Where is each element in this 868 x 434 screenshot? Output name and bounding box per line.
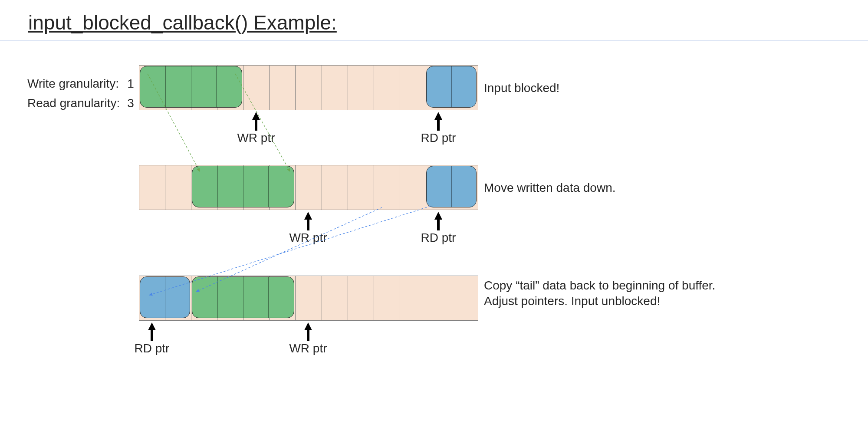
rd-pointer-arrow-icon: [148, 322, 156, 330]
read-granularity-value: 3: [127, 94, 135, 113]
buffer-cell: [243, 66, 270, 110]
buffer-cell: [400, 165, 426, 210]
buffer-cell: [322, 66, 348, 110]
buffer-cell: [165, 165, 191, 210]
tail-data-block: [426, 66, 477, 108]
buffer-cell: [139, 165, 165, 210]
buffer-cell: [296, 66, 322, 110]
written-data-block: [192, 166, 294, 207]
buffer-cell: [296, 165, 322, 210]
buffer-cell: [400, 276, 426, 320]
buffer-cell: [374, 165, 400, 210]
wr-pointer-label: WR ptr: [286, 231, 330, 245]
buffer-cell: [322, 165, 348, 210]
granularity-meta: Write granularity: 1 Read granularity: 3: [26, 74, 135, 113]
buffer-cell: [452, 276, 478, 320]
buffer-cell: [348, 66, 374, 110]
buffer-cell: [348, 276, 374, 320]
written-data-block: [140, 66, 242, 108]
read-granularity-label: Read granularity:: [27, 94, 126, 113]
title-rule: [0, 40, 868, 40]
buffer-stage-2: WR ptrRD ptr: [139, 165, 477, 210]
rd-pointer-label: RD ptr: [417, 231, 460, 245]
buffer-cell: [270, 66, 296, 110]
buffer-cell: [374, 276, 400, 320]
wr-pointer-arrow-icon: [252, 112, 260, 120]
stage-caption: Copy “tail” data back to beginning of bu…: [484, 278, 727, 309]
written-data-block: [192, 276, 294, 318]
buffer-cell: [400, 66, 426, 110]
wr-pointer-arrow-icon: [304, 212, 312, 220]
slide: input_blocked_callback() Example: Write …: [0, 0, 868, 434]
buffer-cell: [322, 276, 348, 320]
wr-pointer-label: WR ptr: [286, 342, 330, 355]
tail-data-block: [426, 166, 477, 207]
rd-pointer-arrow-icon: [434, 112, 442, 120]
buffer-cell: [374, 66, 400, 110]
buffer-stage-3: RD ptrWR ptr: [139, 276, 477, 321]
slide-title: input_blocked_callback() Example:: [28, 11, 337, 34]
buffer-cell: [426, 276, 452, 320]
rd-pointer-arrow-icon: [434, 212, 442, 220]
write-granularity-label: Write granularity:: [27, 75, 126, 93]
buffer-stage-1: WR ptrRD ptr: [139, 65, 477, 110]
buffer-cell: [296, 276, 322, 320]
tail-data-block: [140, 276, 190, 318]
rd-pointer-label: RD ptr: [417, 131, 460, 145]
buffer-cell: [348, 165, 374, 210]
wr-pointer-arrow-icon: [304, 322, 312, 330]
write-granularity-value: 1: [127, 75, 135, 93]
wr-pointer-label: WR ptr: [234, 131, 278, 145]
stage-caption: Input blocked!: [484, 80, 727, 96]
rd-pointer-label: RD ptr: [130, 342, 174, 355]
stage-caption: Move written data down.: [484, 180, 727, 196]
